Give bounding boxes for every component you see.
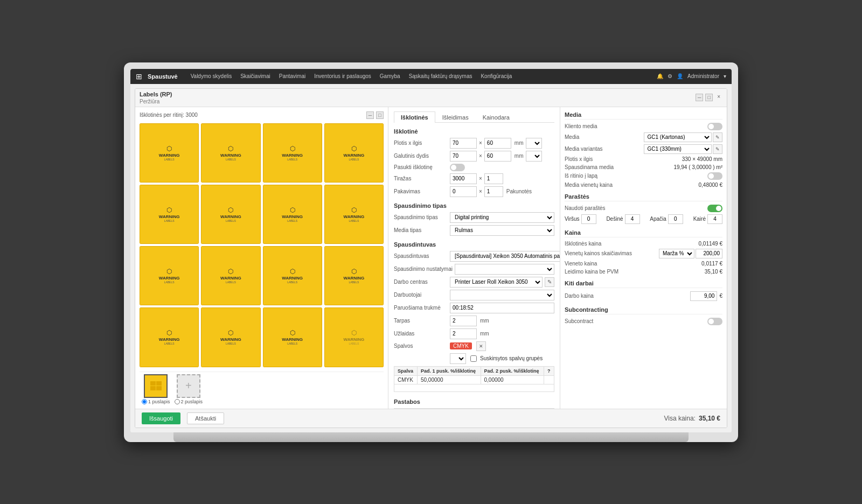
darbo-kaina-input[interactable] <box>690 291 717 301</box>
label-sub: LABELS <box>164 158 175 161</box>
page1-label[interactable]: 1 puslapis <box>142 399 170 404</box>
tirazas-x-input[interactable] <box>484 173 503 184</box>
save-button[interactable]: Išsaugoti <box>142 412 180 424</box>
col-extra: ? <box>544 366 554 375</box>
nustatymai-select[interactable] <box>455 264 554 275</box>
vieneto-kaina-label: Vieneto kaina <box>565 261 644 267</box>
thumbnail-page2[interactable]: + 2 puslapis <box>175 374 203 404</box>
uzlaidas-unit: mm <box>480 331 489 337</box>
darbo-centras-select[interactable]: Printer Laser Roll Xeikon 3050 <box>450 277 543 288</box>
uzlaidas-input[interactable] <box>450 328 477 339</box>
darbo-centras-edit-icon[interactable]: ✎ <box>545 277 554 287</box>
subcontract-toggle[interactable] <box>707 318 722 325</box>
tarpas-input[interactable] <box>450 316 477 326</box>
pakavimas-x-input[interactable] <box>484 186 503 197</box>
nav-pantavimai[interactable]: Pantavimai <box>277 72 308 80</box>
tipas-select[interactable]: Digital printing <box>450 212 554 223</box>
user-icon[interactable]: 👤 <box>677 73 683 79</box>
spausdintuvas-select[interactable]: [Spausdintuvai] Xeikon 3050 Automatinis … <box>450 251 560 262</box>
media-edit-icon[interactable]: ✎ <box>713 132 722 142</box>
label-item: ⬡ WARNING LABELS <box>201 246 260 305</box>
preview-panel: Išklotinės per ritinį: 3000 ─ □ ⬡ <box>135 107 388 409</box>
label-warning-text: WARNING <box>344 153 365 158</box>
likutis-toggle[interactable] <box>707 172 722 180</box>
darbuotojai-select[interactable] <box>450 290 554 300</box>
ilgis-input[interactable] <box>484 138 511 149</box>
app-logo-icon[interactable]: ⊞ <box>136 72 142 81</box>
klientas-toggle[interactable] <box>707 123 722 130</box>
skaiciavimas-type-select[interactable]: Marža % <box>659 249 694 258</box>
paruosimas-row: Paruošiama trukmė <box>394 303 554 313</box>
spalvos-group-checkbox[interactable] <box>470 355 477 362</box>
user-dropdown-icon[interactable]: ▾ <box>724 73 726 79</box>
cmyk-val1: 50,00000 <box>417 375 481 384</box>
spausdintuvas-title: Spausdintuvas <box>394 241 554 248</box>
thumbnail-box-2[interactable]: + <box>177 374 200 398</box>
paruosimas-input[interactable] <box>450 303 554 313</box>
nav-inventorius[interactable]: Inventorius ir paslaugos <box>312 72 373 80</box>
spalvos-padegimas-select[interactable] <box>450 353 466 364</box>
close-btn[interactable]: × <box>715 94 722 101</box>
cmyk-val2: 0,00000 <box>481 375 544 384</box>
variantas-select[interactable]: GC1 (330mm) <box>644 144 712 154</box>
kaire-input[interactable] <box>707 214 722 224</box>
galutinis-ilgis-input[interactable] <box>484 151 511 162</box>
pakavimas-input[interactable] <box>450 186 477 197</box>
cancel-button[interactable]: Atšaukti <box>187 412 224 424</box>
plotis-select[interactable] <box>526 138 542 149</box>
nav-saskaitos[interactable]: Sąskaitų faktūrų drąsymas <box>407 72 475 80</box>
nav-konfiguracija[interactable]: Konfigūracija <box>478 72 514 80</box>
add-page-icon[interactable]: + <box>185 380 192 392</box>
media-select[interactable]: GC1 (Kartonas) <box>644 132 712 142</box>
thumbnail-box-1[interactable] <box>144 374 168 398</box>
notification-icon[interactable]: 🔔 <box>657 73 663 79</box>
top-bar-right: 🔔 ⚙ 👤 Administrator ▾ <box>657 73 726 79</box>
galutinis-row: Galutinis dydis × mm <box>394 151 554 162</box>
page1-radio[interactable] <box>142 399 147 404</box>
tipas-row: Spausdinimo tipas Digital printing <box>394 212 554 223</box>
preview-expand-btn[interactable]: □ <box>376 111 384 119</box>
vieneto-kaina-val: 0,0117 € <box>644 261 723 267</box>
label-grid-row1: ⬡ WARNING LABELS ⬡ WARNING LABELS <box>140 123 384 367</box>
nav-gamyba[interactable]: Gamyba <box>378 72 402 80</box>
maximize-btn[interactable]: □ <box>705 94 713 101</box>
nav-skaiciavimai[interactable]: Skaičiavimai <box>238 72 273 80</box>
pasukti-toggle[interactable] <box>450 164 465 171</box>
plotis-label: Plotis x ilgis <box>394 140 448 146</box>
plotis-row: Plotis x ilgis × mm <box>394 138 554 149</box>
tab-kainodara[interactable]: Kainodara <box>476 111 517 123</box>
page2-radio[interactable] <box>175 399 180 404</box>
apacia-input[interactable] <box>668 214 683 224</box>
tab-isleidimas[interactable]: Išleidimas <box>435 111 476 123</box>
nav-valdymo[interactable]: Valdymo skydelis <box>189 72 234 80</box>
spalvos-remove-icon[interactable]: ✕ <box>476 341 486 351</box>
plotis-input[interactable] <box>450 138 477 149</box>
darbo-kaina-label: Darbo kaina <box>565 293 690 299</box>
subcontracting-section: Subcontracting Subcontract <box>565 306 722 325</box>
galutinis-plotis-input[interactable] <box>450 151 477 162</box>
variantas-edit-icon[interactable]: ✎ <box>713 144 722 154</box>
preview-minimize-btn[interactable]: ─ <box>366 111 374 119</box>
minimize-btn[interactable]: ─ <box>696 94 703 101</box>
virsus-input[interactable] <box>581 214 596 224</box>
spalvos-group-row: Suskirsytos spalvų grupės <box>394 353 554 364</box>
desine-input[interactable] <box>625 214 640 224</box>
settings-icon[interactable]: ⚙ <box>668 73 672 79</box>
skaiciavimas-num-input[interactable] <box>696 249 722 258</box>
label-warning-text: WARNING <box>159 153 180 158</box>
thumbnail-row: 1 puslapis + 2 puslapis <box>140 372 384 407</box>
tarpas-label: Tarpas <box>394 318 448 324</box>
tirazas-input[interactable] <box>450 173 477 184</box>
spausdintuvas-row: Spausdintuvas [Spausdintuvai] Xeikon 305… <box>394 251 554 262</box>
window-breadcrumb: Labels (RP) <box>140 91 172 97</box>
darbuotojai-label: Darbuotojai <box>394 292 448 298</box>
thumbnail-page1[interactable]: 1 puslapis <box>142 374 170 404</box>
tab-isklotines[interactable]: Išklotinės <box>394 111 435 123</box>
media-tipas-select[interactable]: Rulmas <box>450 225 554 236</box>
page2-label[interactable]: 2 puslapis <box>175 399 203 404</box>
naudoti-toggle[interactable] <box>707 205 722 212</box>
pastabos-title: Pastabos <box>394 398 554 405</box>
unit-mm: mm <box>515 140 524 146</box>
galutinis-select[interactable] <box>526 151 542 162</box>
cmyk-tag: CMYK <box>450 342 472 349</box>
